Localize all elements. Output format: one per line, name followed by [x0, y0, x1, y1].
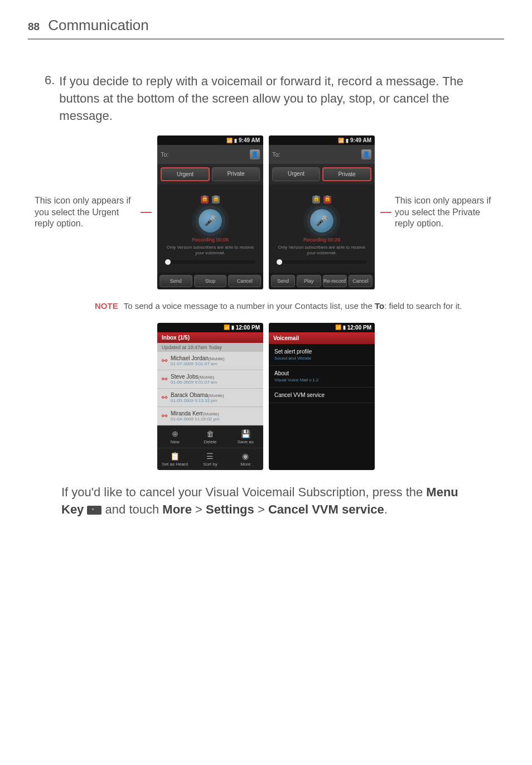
cancel-button[interactable]: Cancel — [228, 275, 261, 287]
wifi-icon: 📶 — [226, 138, 233, 143]
screenshot-urgent-reply: 📶 ▮ 9:49 AM To: Urgent Private Recording… — [157, 135, 263, 289]
contact-icon[interactable] — [361, 149, 371, 159]
sortby-button[interactable]: ☰Sort by — [192, 448, 228, 470]
status-bar: 📶 ▮ 9:49 AM — [269, 135, 375, 145]
urgent-private-row: Urgent Private — [269, 164, 375, 185]
status-bar: 📶 ▮ 12:00 PM — [269, 323, 375, 332]
screenshot-inbox: 📶 ▮ 12:00 PM Inbox (1/5) Updated at 10:4… — [157, 323, 263, 470]
wifi-icon: 📶 — [338, 138, 344, 143]
to-label: To: — [161, 151, 169, 158]
delete-button[interactable]: 🗑Delete — [192, 425, 228, 448]
setheard-button[interactable]: 📋Set as Heard — [157, 448, 192, 470]
note-label: NOTE — [95, 301, 118, 312]
screenshots-row-1: This icon only appears if you select the… — [28, 135, 504, 289]
progress-thumb[interactable] — [277, 259, 282, 265]
saveas-button[interactable]: 💾Save as — [228, 425, 263, 448]
list-item[interactable]: ⚯ Michael Jordan(Mobile) 01-07-2009 3:01… — [157, 352, 263, 370]
signal-icon: ▮ — [234, 138, 237, 143]
urgent-exclaim-icon — [312, 196, 320, 204]
to-field-bold: To — [375, 301, 384, 311]
note: NOTE To send a voice message to a number… — [95, 301, 476, 312]
recording-area: Recording 00:06 Only Verizon subscribers… — [157, 185, 263, 272]
subscriber-notice: Only Verizon subscribers are able to rec… — [274, 245, 369, 255]
signal-icon: 📶 — [335, 325, 341, 331]
stop-button[interactable]: Stop — [194, 275, 227, 287]
send-button[interactable]: Send — [159, 275, 192, 287]
lock-icon — [212, 196, 220, 204]
bottom-buttons: Send Stop Cancel — [157, 273, 263, 289]
voicemail-icon: ⚯ — [162, 375, 167, 383]
urgent-exclaim-icon — [201, 196, 209, 204]
voicemail-icon: ⚯ — [162, 412, 167, 420]
cancel-vvm-service[interactable]: Cancel VVM service — [269, 388, 375, 403]
callout-line-right — [380, 212, 391, 213]
screenshots-row-2: 📶 ▮ 12:00 PM Inbox (1/5) Updated at 10:4… — [28, 323, 504, 470]
more-icon: ◉ — [229, 452, 262, 461]
about-item[interactable]: About Visual Voice Mail v.1.2 — [269, 366, 375, 388]
to-field[interactable]: To: — [157, 145, 263, 164]
closing-paragraph: If you'd like to cancel your Visual Voic… — [61, 484, 482, 519]
list-item[interactable]: ⚯ Barack Obama(Mobile) 01-05-2009 9:13:3… — [157, 389, 263, 407]
settings-text: Settings — [206, 502, 254, 516]
more-text: More — [162, 502, 192, 516]
private-button[interactable]: Private — [322, 167, 371, 181]
send-button[interactable]: Send — [271, 275, 295, 287]
page-number: 88 — [28, 21, 40, 33]
battery-icon: ▮ — [231, 325, 234, 331]
screenshot-private-reply: 📶 ▮ 9:49 AM To: Urgent Private Recording… — [269, 135, 375, 289]
urgent-button[interactable]: Urgent — [161, 167, 210, 181]
voicemail-icon: ⚯ — [162, 357, 167, 365]
urgent-private-row: Urgent Private — [157, 164, 263, 185]
sort-icon: ☰ — [194, 452, 226, 461]
signal-icon: ▮ — [346, 138, 349, 143]
cancel-button[interactable]: Cancel — [349, 275, 373, 287]
recording-label: Recording 00:06 — [163, 237, 258, 243]
updated-bar: Updated at 10:47am Today — [157, 343, 263, 352]
more-button[interactable]: ◉More — [228, 448, 263, 470]
status-bar: 📶 ▮ 12:00 PM — [157, 323, 263, 332]
progress-thumb[interactable] — [165, 259, 171, 265]
rerecord-button[interactable]: Re-record — [323, 275, 347, 287]
chapter-title: Communication — [48, 17, 149, 34]
clock: 9:49 AM — [350, 137, 371, 143]
clock: 9:49 AM — [239, 137, 260, 143]
recording-label: Recording 00:29 — [274, 237, 369, 243]
contact-icon[interactable] — [250, 149, 260, 159]
battery-icon: ▮ — [343, 325, 346, 331]
note-text: To send a voice message to a number in y… — [124, 301, 462, 312]
step-number: 6. — [45, 73, 55, 124]
list-item[interactable]: ⚯ Miranda Kerr(Mobile) 01-04-2009 11:28:… — [157, 407, 263, 425]
lock-icon — [323, 196, 331, 204]
clock: 12:00 PM — [347, 325, 371, 331]
bottom-buttons: Send Play Re-record Cancel — [269, 273, 375, 289]
microphone-icon[interactable] — [310, 209, 333, 233]
status-bar: 📶 ▮ 9:49 AM — [157, 135, 263, 145]
set-alert-profile[interactable]: Set alert profile Sound and Vibrate — [269, 344, 375, 366]
urgent-button[interactable]: Urgent — [272, 167, 320, 181]
to-field[interactable]: To: — [269, 145, 375, 164]
signal-icon: 📶 — [224, 325, 230, 331]
heard-icon: 📋 — [158, 452, 191, 461]
clock: 12:00 PM — [236, 325, 260, 331]
screenshot-voicemail-settings: 📶 ▮ 12:00 PM Voicemail Set alert profile… — [269, 323, 375, 470]
trash-icon: 🗑 — [194, 429, 226, 438]
cancel-vvm-text: Cancel VVM service — [268, 502, 384, 516]
step-text: If you decide to reply with a voicemail … — [59, 73, 504, 124]
settings-header: Voicemail — [269, 332, 375, 344]
plus-icon: ⊕ — [158, 429, 191, 438]
callout-line-left — [141, 212, 152, 213]
subscriber-notice: Only Verizon subscribers are able to rec… — [163, 245, 258, 255]
inbox-footer: ⊕New 🗑Delete 💾Save as 📋Set as Heard ☰Sor… — [157, 425, 263, 470]
private-button[interactable]: Private — [212, 167, 260, 181]
voicemail-icon: ⚯ — [162, 394, 167, 401]
page-header: 88 Communication — [28, 17, 504, 40]
new-button[interactable]: ⊕New — [157, 425, 192, 448]
microphone-icon[interactable] — [199, 209, 222, 233]
save-icon: 💾 — [229, 429, 262, 438]
progress-bar[interactable] — [277, 260, 367, 264]
list-item[interactable]: ⚯ Steve Jobs(Mobile) 01-06-2009 9:01:07 … — [157, 370, 263, 389]
step-6: 6. If you decide to reply with a voicema… — [45, 73, 504, 124]
callout-urgent: This icon only appears if you select the… — [35, 195, 141, 230]
play-button[interactable]: Play — [297, 275, 321, 287]
progress-bar[interactable] — [165, 260, 255, 264]
